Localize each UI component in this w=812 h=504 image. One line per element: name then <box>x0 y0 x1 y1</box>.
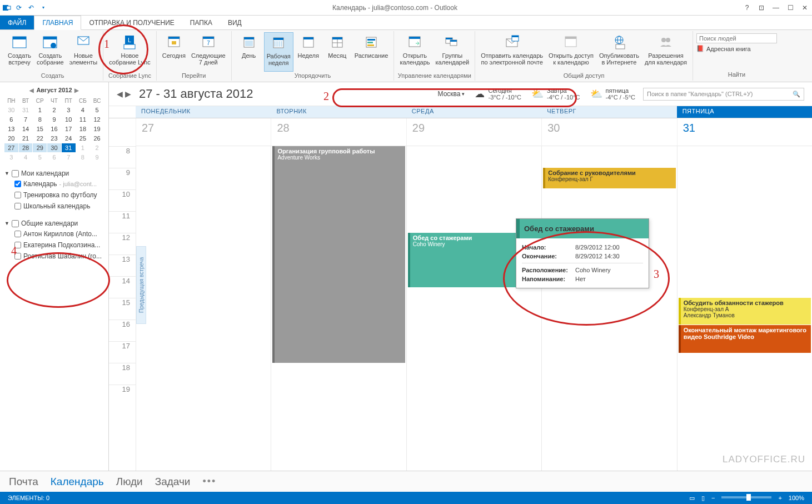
week-view-button[interactable]: Неделя <box>295 32 322 72</box>
mini-cal-day[interactable]: 17 <box>62 124 76 133</box>
shared-calendars-checkbox[interactable] <box>12 220 19 227</box>
open-calendar-button[interactable]: Открытькалендарь <box>397 32 432 72</box>
find-people-input[interactable] <box>696 33 777 43</box>
mini-cal-day[interactable]: 30 <box>4 106 18 114</box>
qat-dropdown-icon[interactable]: ▾ <box>39 3 48 12</box>
mini-cal-day[interactable]: 21 <box>19 134 33 143</box>
calendar-item[interactable]: Тренировка по футболу <box>4 189 104 201</box>
prev-week-icon[interactable]: ◀ <box>117 89 123 98</box>
mini-cal-day[interactable]: 30 <box>47 143 61 152</box>
mini-cal-day[interactable]: 19 <box>90 124 104 133</box>
calendar-checkbox[interactable] <box>14 192 21 198</box>
date-27[interactable]: 27 <box>136 118 271 146</box>
nav-calendar[interactable]: Календарь <box>51 476 104 488</box>
day-view-button[interactable]: День <box>235 32 263 72</box>
shared-calendars-header[interactable]: ▼Общие календари <box>4 218 104 228</box>
nav-mail[interactable]: Почта <box>9 476 38 488</box>
date-31[interactable]: 31 <box>677 118 812 146</box>
mini-cal-day[interactable]: 14 <box>19 124 33 133</box>
event-video-editing[interactable]: Окончательный монтаж маркетингового виде… <box>679 325 811 353</box>
calendar-item[interactable]: Календарь - julia@cont... <box>4 178 104 189</box>
mini-cal-day[interactable]: 5 <box>33 153 47 162</box>
mini-cal-day[interactable]: 3 <box>62 106 76 114</box>
new-items-button[interactable]: Новыеэлементы <box>67 32 100 72</box>
close-icon[interactable]: ✕ <box>800 3 810 13</box>
event-managers-meeting[interactable]: Собрание с руководителями Конференц-зал … <box>543 168 675 188</box>
mini-cal-day[interactable]: 6 <box>4 115 18 124</box>
mini-cal-day[interactable]: 26 <box>90 134 104 143</box>
email-calendar-button[interactable]: Отправить календарьпо электронной почте <box>479 32 545 72</box>
mini-cal-day[interactable]: 1 <box>33 106 47 114</box>
nav-tasks[interactable]: Задачи <box>155 476 191 488</box>
mini-cal-day[interactable]: 31 <box>19 106 33 114</box>
mini-cal-day[interactable]: 23 <box>47 134 61 143</box>
month-view-button[interactable]: Месяц <box>323 32 351 72</box>
tab-view[interactable]: ВИД <box>220 16 250 29</box>
send-receive-icon[interactable]: ⟳ <box>14 3 23 12</box>
view-reading-icon[interactable]: ▯ <box>698 495 708 502</box>
mini-cal-day[interactable]: 18 <box>76 124 90 133</box>
mini-cal-day[interactable]: 3 <box>4 153 18 162</box>
calendar-checkbox[interactable] <box>14 231 21 237</box>
nav-more-icon[interactable]: ••• <box>202 476 216 487</box>
event-group-work[interactable]: Организация групповой работы Adventure W… <box>272 146 405 363</box>
mini-cal-day[interactable]: 22 <box>33 134 47 143</box>
undo-icon[interactable]: ↶ <box>27 3 36 12</box>
mini-cal-day[interactable]: 2 <box>90 143 104 152</box>
view-normal-icon[interactable]: ▭ <box>686 495 698 502</box>
ribbon-toggle-icon[interactable]: ⊡ <box>756 3 766 13</box>
mini-cal-day[interactable]: 10 <box>62 115 76 124</box>
mini-cal-day[interactable]: 7 <box>19 115 33 124</box>
mini-cal-day[interactable]: 27 <box>4 143 18 152</box>
previous-meeting-tab[interactable]: Предыдущая встреча <box>136 246 146 324</box>
mini-cal-day[interactable]: 5 <box>90 106 104 114</box>
col-tuesday[interactable]: Организация групповой работы Adventure W… <box>271 146 406 471</box>
calendar-checkbox[interactable] <box>14 203 21 209</box>
mini-cal-day[interactable]: 1 <box>76 143 90 152</box>
minimize-icon[interactable]: — <box>771 3 781 13</box>
date-29[interactable]: 29 <box>406 118 541 146</box>
mini-cal-day[interactable]: 7 <box>62 153 76 162</box>
new-meeting-button[interactable]: Создатьсобрание <box>34 32 66 72</box>
schedule-view-button[interactable]: Расписание <box>352 32 391 72</box>
mini-cal-day[interactable]: 25 <box>76 134 90 143</box>
folder-search-input[interactable]: Поиск в папке "Календарь" (CTRL+У)🔍 <box>643 88 804 101</box>
zoom-slider[interactable] <box>721 496 771 498</box>
mini-cal-day[interactable]: 4 <box>19 153 33 162</box>
calendar-item[interactable]: Школьный календарь <box>4 201 104 212</box>
new-appointment-button[interactable]: Создатьвстречу <box>6 32 33 72</box>
mini-cal-day[interactable]: 15 <box>33 124 47 133</box>
mini-cal-day[interactable]: 13 <box>4 124 18 133</box>
mini-cal-day[interactable]: 31 <box>62 143 76 152</box>
maximize-icon[interactable]: ☐ <box>785 3 795 13</box>
work-week-button[interactable]: Рабочаянеделя <box>264 32 293 72</box>
mini-cal-day[interactable]: 20 <box>4 134 18 143</box>
calendar-checkbox[interactable] <box>14 181 21 187</box>
next-7-days-button[interactable]: 7Следующие7 дней <box>189 32 228 72</box>
mini-cal-day[interactable]: 2 <box>47 106 61 114</box>
help-icon[interactable]: ? <box>742 3 752 13</box>
nav-people[interactable]: Люди <box>116 476 143 488</box>
mini-cal-day[interactable]: 11 <box>76 115 90 124</box>
col-friday[interactable]: Обсудить обязанности стажеров Конференц-… <box>677 146 812 471</box>
zoom-in-icon[interactable]: + <box>775 495 785 501</box>
tab-folder[interactable]: ПАПКА <box>182 16 220 29</box>
mini-cal-day[interactable]: 9 <box>90 153 104 162</box>
mini-cal-day[interactable]: 8 <box>33 115 47 124</box>
today-button[interactable]: Сегодня <box>160 32 188 72</box>
date-30[interactable]: 30 <box>541 118 676 146</box>
mini-cal-day[interactable]: 6 <box>47 153 61 162</box>
time-grid[interactable]: 8910111213141516171819 Предыдущая встреч… <box>109 146 812 471</box>
mini-cal-day[interactable]: 24 <box>62 134 76 143</box>
mini-cal-day[interactable]: 8 <box>76 153 90 162</box>
mini-cal-day[interactable]: 12 <box>90 115 104 124</box>
col-wednesday[interactable]: Обед со стажерами Coho Winery <box>406 146 541 471</box>
zoom-out-icon[interactable]: − <box>708 495 718 501</box>
next-month-icon[interactable]: ▶ <box>74 87 79 93</box>
my-calendars-header[interactable]: ▼Мои календари <box>4 168 104 178</box>
col-monday[interactable]: Предыдущая встреча <box>136 146 271 471</box>
mini-cal-day[interactable]: 29 <box>33 143 47 152</box>
tab-file[interactable]: ФАЙЛ <box>0 16 34 29</box>
calendar-item[interactable]: Екатерина Подколзина... <box>4 239 104 251</box>
mini-cal-day[interactable]: 28 <box>19 143 33 152</box>
